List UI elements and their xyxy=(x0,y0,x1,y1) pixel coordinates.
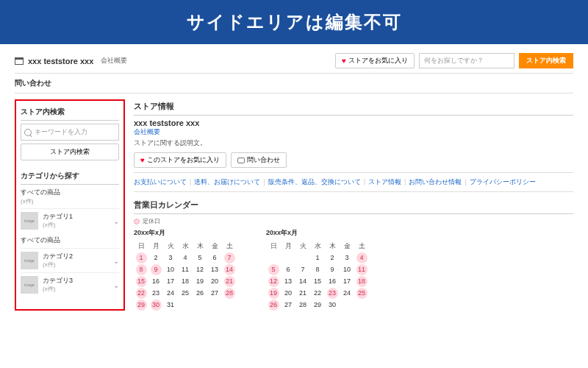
calendar-day xyxy=(281,252,295,263)
calendar-dow: 火 xyxy=(295,240,310,252)
calendar-day: 5 xyxy=(193,252,207,263)
calendar-day: 5 xyxy=(266,263,281,275)
store-icon xyxy=(15,57,24,65)
favorite-label: ストアをお気に入り xyxy=(348,56,408,66)
calendar-day: 18 xyxy=(178,275,193,287)
info-link[interactable]: お問い合わせ情報 xyxy=(409,178,462,185)
category-all-again[interactable]: すべての商品 xyxy=(21,233,119,248)
chevron-down-icon: ⌄ xyxy=(113,217,119,225)
speech-icon xyxy=(237,158,245,163)
favorite-store-button[interactable]: ♥ ストアをお気に入り xyxy=(335,53,415,68)
calendar-dow: 水 xyxy=(310,240,325,252)
calendar-day: 15 xyxy=(310,275,325,287)
calendar-day: 24 xyxy=(163,287,178,299)
info-link[interactable]: ストア情報 xyxy=(368,178,401,185)
calendar-day: 16 xyxy=(148,275,163,287)
calendar-day: 3 xyxy=(340,252,354,263)
calendar-day: 7 xyxy=(295,263,310,275)
calendar-dow: 月 xyxy=(148,240,163,252)
calendar-dow: 土 xyxy=(354,240,369,252)
category-label: カテゴリ3(x件) xyxy=(43,277,109,293)
store-title: xxx teststore xxx 会社概要 xyxy=(15,56,127,66)
heart-icon: ♥ xyxy=(140,156,145,164)
calendar-day: 18 xyxy=(354,275,369,287)
main-store-name: xxx teststore xxx xyxy=(134,118,573,127)
calendar-day: 27 xyxy=(207,287,222,299)
calendar-day: 13 xyxy=(281,275,295,287)
calendar-day: 28 xyxy=(295,299,310,311)
category-thumb: image xyxy=(21,212,38,230)
calendar-day: 12 xyxy=(193,263,207,275)
calendar-day: 1 xyxy=(310,252,325,263)
category-label: カテゴリ1(x件) xyxy=(43,213,109,229)
calendar-day: 19 xyxy=(266,287,281,299)
inquiry-tab[interactable]: 問い合わせ xyxy=(15,74,573,93)
category-item[interactable]: image カテゴリ1(x件) ⌄ xyxy=(21,208,119,233)
calendar-dow: 土 xyxy=(222,240,237,252)
info-link[interactable]: 送料、お届けについて xyxy=(194,178,260,185)
calendar-day: 21 xyxy=(222,275,237,287)
sidebar-search-button[interactable]: ストア内検索 xyxy=(21,144,119,160)
calendar-month: 20xx年x月 xyxy=(134,228,237,238)
calendar-day: 29 xyxy=(310,299,325,311)
chevron-down-icon: ⌄ xyxy=(113,281,119,289)
category-all-label: すべての商品 xyxy=(21,188,119,197)
sidebar-search-input[interactable]: キーワードを入力 xyxy=(21,124,119,141)
calendar-day: 21 xyxy=(295,287,310,299)
calendar-day: 10 xyxy=(163,263,178,275)
holiday-legend: 定休日 xyxy=(134,217,573,225)
top-search-input[interactable]: 何をお探しですか？ xyxy=(419,53,514,68)
calendar-day xyxy=(222,299,237,311)
calendar-day: 6 xyxy=(281,263,295,275)
link-separator: | xyxy=(465,178,466,185)
category-all-count: (x件) xyxy=(21,197,119,205)
top-search-button[interactable]: ストア内検索 xyxy=(519,53,573,68)
calendar-day: 12 xyxy=(266,275,281,287)
category-item[interactable]: image カテゴリ3(x件) ⌄ xyxy=(21,272,119,297)
calendar-day: 8 xyxy=(134,263,148,275)
calendar-day: 31 xyxy=(163,299,178,311)
calendar-day: 2 xyxy=(148,252,163,263)
calendar-day: 29 xyxy=(134,299,148,311)
calendar-day: 28 xyxy=(222,287,237,299)
calendar-day xyxy=(340,299,354,311)
calendar-day: 20 xyxy=(207,275,222,287)
info-link[interactable]: プライバシーポリシー xyxy=(470,178,536,185)
category-all[interactable]: すべての商品 (x件) xyxy=(21,185,119,208)
category-head: カテゴリから探す xyxy=(21,166,119,185)
calendar-day: 11 xyxy=(354,263,369,275)
category-thumb: image xyxy=(21,252,38,269)
favorite-this-store-button[interactable]: ♥ このストアをお気に入り xyxy=(134,152,226,168)
calendar-day: 10 xyxy=(340,263,354,275)
holiday-label: 定休日 xyxy=(143,217,160,225)
calendar-day: 15 xyxy=(134,275,148,287)
calendar-day: 25 xyxy=(178,287,193,299)
top-bar: xxx teststore xxx 会社概要 ♥ ストアをお気に入り 何をお探し… xyxy=(15,50,573,74)
calendar-day xyxy=(354,299,369,311)
calendar-day: 16 xyxy=(325,275,340,287)
info-link[interactable]: 販売条件、返品、交換について xyxy=(268,178,361,185)
info-link[interactable]: お支払いについて xyxy=(134,178,187,185)
calendar-month: 20xx年x月 xyxy=(266,228,369,238)
calendar-dow: 日 xyxy=(266,240,281,252)
search-icon xyxy=(24,129,32,136)
sidebar-search-placeholder: キーワードを入力 xyxy=(35,127,87,137)
calendar-day: 17 xyxy=(163,275,178,287)
overview-link[interactable]: 会社概要 xyxy=(134,128,160,135)
calendar-day: 27 xyxy=(281,299,295,311)
calendar-1: 20xx年x月日月火水木金土12345678910111213141516171… xyxy=(134,228,237,311)
banner-title: サイドエリアは編集不可 xyxy=(0,0,588,44)
calendar-day xyxy=(207,299,222,311)
link-separator: | xyxy=(404,178,406,185)
calendar-day: 19 xyxy=(193,275,207,287)
store-name: xxx teststore xxx xyxy=(28,57,93,66)
inquiry-button[interactable]: 問い合わせ xyxy=(231,152,287,168)
calendar-day: 14 xyxy=(222,263,237,275)
calendar-dow: 金 xyxy=(340,240,354,252)
calendar-day: 8 xyxy=(310,263,325,275)
calendar-day: 22 xyxy=(310,287,325,299)
calendar-day: 4 xyxy=(178,252,193,263)
calendar-day: 23 xyxy=(148,287,163,299)
calendar-dow: 木 xyxy=(193,240,207,252)
category-item[interactable]: image カテゴリ2(x件) ⌄ xyxy=(21,248,119,272)
